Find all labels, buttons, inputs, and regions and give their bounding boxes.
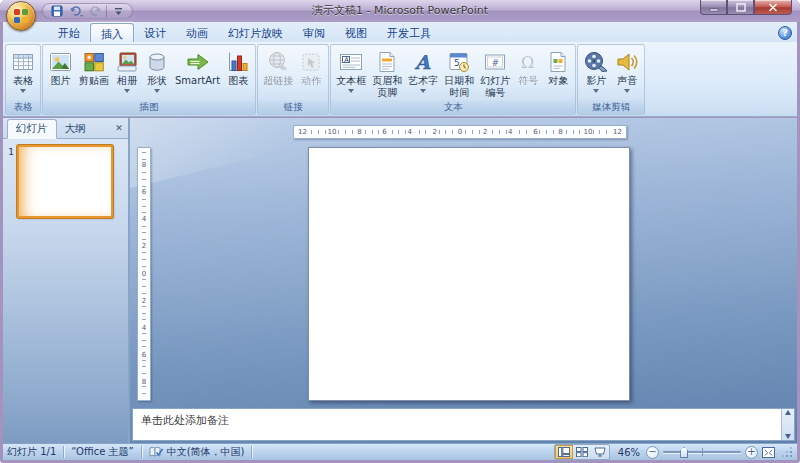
zoom-percentage[interactable]: 46% (614, 447, 640, 458)
svg-text:Ω: Ω (521, 53, 534, 72)
zoom-in-button[interactable]: + (745, 446, 758, 459)
group-label-media: 媒体剪辑 (578, 100, 644, 114)
slide-number-label: 幻灯片 (480, 75, 510, 87)
object-button[interactable]: 对象 (543, 46, 573, 100)
hyperlink-icon (266, 48, 290, 75)
language-indicator: 中文(简体，中国) (167, 445, 245, 459)
chart-button[interactable]: 图表 (223, 46, 253, 100)
slide-workspace: 12108642024681012 864202468 单击此处添加备注 (130, 118, 797, 443)
slide-sorter-icon (576, 447, 588, 457)
office-logo-icon (12, 7, 30, 25)
tab-developer[interactable]: 开发工具 (377, 23, 441, 42)
table-label: 表格 (13, 75, 33, 87)
resize-grip[interactable] (781, 446, 793, 458)
symbol-button[interactable]: Ω 符号 (513, 46, 543, 100)
panel-close-button[interactable] (112, 121, 126, 135)
vertical-ruler: 864202468 (137, 147, 151, 401)
customize-qat-button[interactable] (110, 4, 126, 18)
help-button[interactable] (778, 26, 792, 40)
tab-slideshow[interactable]: 幻灯片放映 (218, 23, 293, 42)
tab-view[interactable]: 视图 (335, 23, 377, 42)
movie-icon (583, 48, 609, 75)
close-icon (768, 3, 778, 12)
scroll-up-icon[interactable] (785, 410, 791, 415)
action-icon (299, 48, 323, 75)
smartart-button[interactable]: SmartArt (172, 46, 223, 100)
slideshow-view-button[interactable] (591, 445, 609, 459)
hyperlink-button[interactable]: 超链接 (260, 46, 296, 100)
panel-tab-outline[interactable]: 大纲 (57, 120, 94, 138)
ribbon-tab-bar: 开始 插入 设计 动画 幻灯片放映 审阅 视图 开发工具 (3, 22, 797, 42)
slide-canvas[interactable] (308, 147, 630, 401)
horizontal-ruler: 12108642024681012 (293, 125, 627, 139)
sound-icon (615, 48, 639, 75)
save-icon (51, 5, 63, 17)
ruler-tick-label: 4 (142, 325, 146, 332)
close-button[interactable] (754, 0, 792, 15)
dropdown-arrow-icon (124, 89, 130, 93)
save-button[interactable] (49, 4, 65, 18)
minimize-button[interactable] (700, 0, 727, 15)
dropdown-arrow-icon (624, 89, 630, 93)
panel-tab-slides[interactable]: 幻灯片 (7, 119, 57, 139)
photo-album-button[interactable]: 相册 (112, 46, 142, 100)
date-time-button[interactable]: 5 日期和 时间 (441, 46, 477, 100)
dropdown-arrow-icon (154, 89, 160, 93)
minimize-icon (709, 3, 719, 12)
spellcheck-status[interactable]: 中文(简体，中国) (149, 445, 245, 459)
slide-number-button[interactable]: # 幻灯片 编号 (477, 46, 513, 100)
zoom-slider[interactable] (663, 445, 741, 459)
tab-insert[interactable]: 插入 (90, 23, 134, 42)
zoom-out-button[interactable]: − (646, 446, 659, 459)
slide-thumbnail-list: 1 (3, 139, 128, 443)
tab-design[interactable]: 设计 (134, 23, 176, 42)
svg-text:A: A (344, 55, 349, 63)
textbox-button[interactable]: A 文本框 (333, 46, 369, 100)
shapes-button[interactable]: 形状 (142, 46, 172, 100)
title-bar: 演示文稿1 - Microsoft PowerPoint (0, 0, 800, 22)
undo-icon (69, 5, 83, 17)
tab-review[interactable]: 审阅 (293, 23, 335, 42)
header-footer-button[interactable]: 页眉和 页脚 (369, 46, 405, 100)
normal-view-icon (558, 447, 570, 457)
textbox-label: 文本框 (336, 75, 366, 87)
ribbon-group-text: A 文本框 (330, 44, 576, 115)
chart-icon (226, 48, 250, 75)
scroll-down-icon[interactable] (785, 434, 791, 439)
symbol-icon: Ω (518, 48, 538, 75)
group-label-illustrations: 插图 (43, 100, 255, 114)
slide-sorter-view-button[interactable] (573, 445, 591, 459)
redo-button[interactable] (87, 4, 103, 18)
zoom-slider-thumb[interactable] (680, 447, 688, 458)
slide-thumbnail[interactable] (17, 145, 113, 218)
slideshow-icon (594, 447, 606, 457)
normal-view-button[interactable] (555, 445, 573, 459)
notes-placeholder[interactable]: 单击此处添加备注 (133, 409, 781, 440)
clipart-button[interactable]: 剪贴画 (76, 46, 112, 100)
movie-button[interactable]: 影片 (580, 46, 612, 100)
action-label: 动作 (301, 75, 321, 87)
notes-scrollbar[interactable] (781, 409, 794, 440)
tab-home[interactable]: 开始 (48, 23, 90, 42)
object-label: 对象 (548, 75, 568, 87)
shapes-label: 形状 (147, 75, 167, 87)
fit-to-window-button[interactable] (762, 447, 775, 458)
wordart-icon: A (412, 48, 434, 75)
window-controls (700, 0, 792, 15)
slide-thumbnail-number: 1 (5, 145, 17, 443)
slide-number-icon: # (483, 48, 507, 75)
dropdown-arrow-icon (420, 89, 426, 93)
picture-button[interactable]: 图片 (45, 46, 76, 100)
wordart-button[interactable]: A 艺术字 (405, 46, 441, 100)
ruler-tick-label: 6 (142, 352, 146, 359)
ruler-tick-label: 8 (142, 379, 146, 386)
sound-button[interactable]: 声音 (612, 46, 642, 100)
office-button[interactable] (6, 1, 36, 31)
slides-panel: 幻灯片 大纲 1 (3, 118, 130, 443)
action-button[interactable]: 动作 (296, 46, 326, 100)
maximize-button[interactable] (727, 0, 754, 15)
table-button[interactable]: 表格 (8, 46, 38, 100)
tab-animations[interactable]: 动画 (176, 23, 218, 42)
chart-label: 图表 (228, 75, 248, 87)
undo-button[interactable] (68, 4, 84, 18)
